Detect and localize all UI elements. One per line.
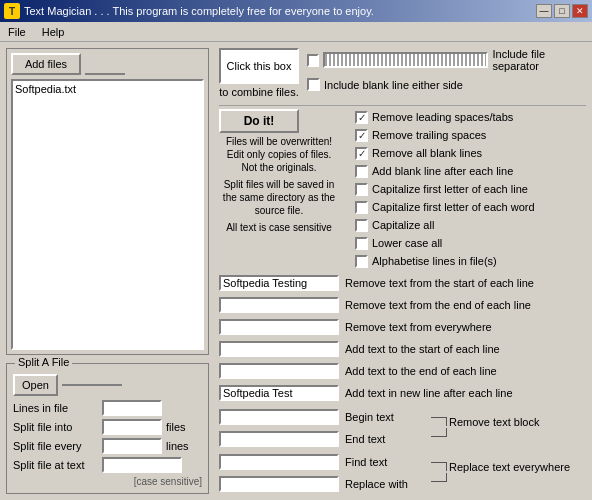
replace-everywhere-label: Replace text everywhere bbox=[449, 461, 570, 473]
text-row-0: Remove text from the start of each line bbox=[219, 275, 586, 291]
close-button[interactable]: ✕ bbox=[572, 4, 588, 18]
text-row-1: Remove text from the end of each line bbox=[219, 297, 586, 313]
remove-leading-label: Remove leading spaces/tabs bbox=[372, 111, 513, 123]
text-row-4: Add text to the end of each line bbox=[219, 363, 586, 379]
option-remove-leading: ✓ Remove leading spaces/tabs bbox=[355, 109, 535, 125]
remove-trailing-label: Remove trailing spaces bbox=[372, 129, 486, 141]
find-text-row: Find text bbox=[219, 454, 425, 470]
menu-bar: File Help bbox=[0, 22, 592, 42]
option-cap-all: Capitalize all bbox=[355, 217, 535, 233]
options-list: ✓ Remove leading spaces/tabs ✓ Remove tr… bbox=[355, 109, 535, 269]
add-end-label: Add text to the end of each line bbox=[345, 365, 497, 377]
minimize-button[interactable]: — bbox=[536, 4, 552, 18]
open-button[interactable]: Open bbox=[13, 374, 58, 396]
end-text-input[interactable] bbox=[219, 431, 339, 447]
alphabetise-checkbox[interactable] bbox=[355, 255, 368, 268]
remove-trailing-checkbox[interactable]: ✓ bbox=[355, 129, 368, 142]
text-row-2: Remove text from everywhere bbox=[219, 319, 586, 335]
option-alphabetise: Alphabetise lines in file(s) bbox=[355, 253, 535, 269]
warning-case: All text is case sensitive bbox=[219, 221, 339, 234]
click-box-label: Click this box bbox=[227, 60, 292, 72]
add-blank-checkbox[interactable] bbox=[355, 165, 368, 178]
menu-help[interactable]: Help bbox=[38, 25, 69, 39]
app-icon: T bbox=[4, 3, 20, 19]
add-newline-input[interactable] bbox=[219, 385, 339, 401]
cap-word-label: Capitalize first letter of each word bbox=[372, 201, 535, 213]
split-at-text-input[interactable] bbox=[102, 457, 182, 473]
main-content: Add files Softpedia.txt Split A File Ope… bbox=[0, 42, 592, 500]
remove-end-input[interactable] bbox=[219, 297, 339, 313]
begin-text-label: Begin text bbox=[345, 411, 425, 423]
maximize-button[interactable]: □ bbox=[554, 4, 570, 18]
lines-label: lines bbox=[166, 440, 189, 452]
lines-in-file-label: Lines in file bbox=[13, 402, 98, 414]
file-list-item: Softpedia.txt bbox=[15, 83, 200, 95]
replace-with-input[interactable] bbox=[219, 476, 339, 492]
left-panel: Add files Softpedia.txt Split A File Ope… bbox=[0, 42, 215, 500]
title-bar-buttons: — □ ✕ bbox=[536, 4, 588, 18]
remove-everywhere-label: Remove text from everywhere bbox=[345, 321, 492, 333]
blank-line-label: Include blank line either side bbox=[324, 79, 463, 91]
remove-blank-checkbox[interactable]: ✓ bbox=[355, 147, 368, 160]
separator-checkbox[interactable] bbox=[307, 54, 319, 67]
add-newline-label: Add text in new line after each line bbox=[345, 387, 513, 399]
files-label: files bbox=[166, 421, 186, 433]
begin-text-row: Begin text bbox=[219, 409, 425, 425]
remove-leading-checkbox[interactable]: ✓ bbox=[355, 111, 368, 124]
remove-block-label: Remove text block bbox=[449, 416, 539, 428]
files-section: Add files Softpedia.txt bbox=[6, 48, 209, 355]
add-start-input[interactable] bbox=[219, 341, 339, 357]
cap-line-checkbox[interactable] bbox=[355, 183, 368, 196]
blank-line-checkbox[interactable] bbox=[307, 78, 320, 91]
menu-file[interactable]: File bbox=[4, 25, 30, 39]
split-every-input[interactable] bbox=[102, 438, 162, 454]
case-sensitive-label: [case sensitive] bbox=[134, 476, 202, 487]
warning-edit: Edit only copies of files. bbox=[219, 148, 339, 161]
remove-start-label: Remove text from the start of each line bbox=[345, 277, 534, 289]
alphabetise-label: Alphabetise lines in file(s) bbox=[372, 255, 497, 267]
add-blank-label: Add blank line after each line bbox=[372, 165, 513, 177]
find-text-label: Find text bbox=[345, 456, 425, 468]
split-into-input[interactable] bbox=[102, 419, 162, 435]
option-cap-word: Capitalize first letter of each word bbox=[355, 199, 535, 215]
begin-text-input[interactable] bbox=[219, 409, 339, 425]
option-cap-line: Capitalize first letter of each line bbox=[355, 181, 535, 197]
title-bar-text: Text Magician . . . This program is comp… bbox=[24, 5, 532, 17]
split-group-label: Split A File bbox=[15, 356, 72, 368]
click-box[interactable]: Click this box bbox=[219, 48, 299, 84]
warning-split: Split files will be saved in the same di… bbox=[219, 178, 339, 217]
add-end-input[interactable] bbox=[219, 363, 339, 379]
option-remove-blank: ✓ Remove all blank lines bbox=[355, 145, 535, 161]
add-files-button[interactable]: Add files bbox=[11, 53, 81, 75]
cap-all-label: Capitalize all bbox=[372, 219, 434, 231]
title-bar: T Text Magician . . . This program is co… bbox=[0, 0, 592, 22]
option-lower-case: Lower case all bbox=[355, 235, 535, 251]
lower-case-checkbox[interactable] bbox=[355, 237, 368, 250]
separator-input[interactable] bbox=[323, 52, 488, 68]
lines-in-file-input[interactable] bbox=[102, 400, 162, 416]
remove-blank-label: Remove all blank lines bbox=[372, 147, 482, 159]
replace-with-row: Replace with bbox=[219, 476, 425, 492]
split-section: Split A File Open Lines in file Split fi… bbox=[6, 363, 209, 494]
do-it-button[interactable]: Do it! bbox=[219, 109, 299, 133]
remove-everywhere-input[interactable] bbox=[219, 319, 339, 335]
warning-originals: Not the originals. bbox=[219, 161, 339, 174]
option-add-blank: Add blank line after each line bbox=[355, 163, 535, 179]
split-every-label: Split file every bbox=[13, 440, 98, 452]
end-text-label: End text bbox=[345, 433, 425, 445]
warning-overwrite: Files will be overwritten! bbox=[219, 135, 339, 148]
combine-to-label: to combine files. bbox=[219, 86, 298, 98]
find-text-input[interactable] bbox=[219, 454, 339, 470]
option-remove-trailing: ✓ Remove trailing spaces bbox=[355, 127, 535, 143]
add-start-label: Add text to the start of each line bbox=[345, 343, 500, 355]
replace-with-label: Replace with bbox=[345, 478, 425, 490]
end-text-row: End text bbox=[219, 431, 425, 447]
file-list: Softpedia.txt bbox=[11, 79, 204, 350]
include-separator-label: Include file separator bbox=[492, 48, 586, 72]
remove-start-input[interactable] bbox=[219, 275, 339, 291]
text-row-3: Add text to the start of each line bbox=[219, 341, 586, 357]
cap-all-checkbox[interactable] bbox=[355, 219, 368, 232]
split-at-text-label: Split file at text bbox=[13, 459, 98, 471]
lower-case-label: Lower case all bbox=[372, 237, 442, 249]
cap-word-checkbox[interactable] bbox=[355, 201, 368, 214]
